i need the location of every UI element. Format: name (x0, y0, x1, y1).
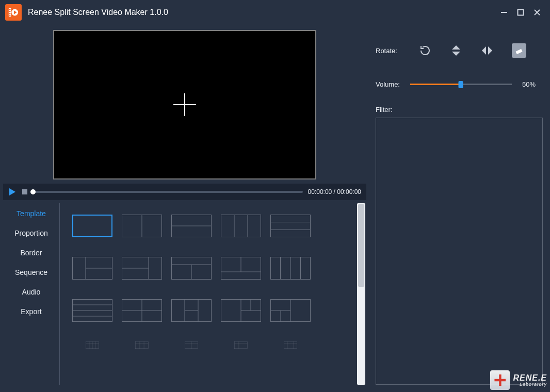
svg-rect-2 (9, 11, 11, 12)
template-item[interactable] (270, 257, 311, 280)
seek-slider[interactable] (33, 191, 303, 193)
tab-sequence[interactable]: Sequence (15, 268, 47, 276)
template-item[interactable] (270, 299, 311, 322)
svg-rect-12 (22, 189, 27, 194)
tab-border[interactable]: Border (20, 249, 42, 257)
filter-listbox[interactable] (376, 118, 543, 385)
template-item[interactable] (122, 299, 162, 322)
video-preview[interactable] (53, 30, 316, 179)
svg-rect-64 (136, 341, 149, 349)
template-item[interactable] (221, 299, 261, 322)
svg-rect-71 (235, 341, 248, 349)
right-panel: Rotate: Volume: (373, 30, 543, 385)
play-button[interactable] (8, 188, 17, 196)
brand-text-2: Laboratory (513, 382, 547, 387)
template-item[interactable] (72, 299, 112, 322)
svg-rect-82 (515, 49, 522, 55)
svg-rect-18 (221, 215, 261, 237)
stop-button[interactable] (22, 189, 28, 195)
svg-marker-78 (452, 45, 460, 50)
svg-rect-74 (284, 341, 297, 349)
template-item[interactable] (72, 341, 112, 349)
svg-rect-1 (9, 9, 11, 10)
volume-value: 50% (522, 80, 543, 88)
tab-proportion[interactable]: Proportion (14, 229, 48, 237)
flip-vertical-button[interactable] (450, 44, 462, 57)
template-item[interactable] (270, 215, 311, 237)
template-scrollbar[interactable] (357, 203, 365, 385)
rotate-cw-button[interactable] (419, 44, 431, 57)
svg-marker-80 (482, 46, 486, 55)
template-grid (60, 203, 366, 385)
flip-horizontal-button[interactable] (481, 44, 493, 57)
side-tabs: Template Proportion Border Sequence Audi… (3, 203, 60, 385)
template-item[interactable] (221, 215, 261, 237)
rotate-label: Rotate: (376, 47, 397, 55)
tab-template[interactable]: Template (17, 209, 46, 218)
window-title: Renee Split Screen Video Maker 1.0.0 (28, 8, 499, 17)
template-item[interactable] (221, 257, 261, 280)
brand-text-1: RENE.E (513, 374, 547, 382)
template-item[interactable] (270, 341, 311, 349)
time-display: 00:00:00 / 00:00:00 (308, 188, 361, 195)
template-item[interactable] (72, 215, 112, 237)
template-item[interactable] (171, 341, 212, 349)
template-item[interactable] (171, 299, 212, 322)
brand-icon (490, 370, 510, 390)
template-item[interactable] (72, 257, 112, 280)
playback-bar: 00:00:00 / 00:00:00 (3, 184, 366, 200)
template-item[interactable] (171, 257, 212, 280)
add-video-icon (173, 93, 196, 116)
reset-button[interactable] (512, 43, 526, 58)
svg-rect-3 (9, 13, 11, 14)
template-item[interactable] (221, 341, 261, 349)
svg-rect-21 (271, 215, 311, 237)
brand-watermark: RENE.E Laboratory (490, 370, 547, 390)
template-item[interactable] (122, 215, 162, 237)
minimize-button[interactable] (499, 8, 509, 17)
titlebar: Renee Split Screen Video Maker 1.0.0 (0, 0, 550, 25)
tab-audio[interactable]: Audio (22, 288, 41, 296)
template-item[interactable] (171, 215, 212, 237)
svg-marker-81 (488, 46, 492, 55)
volume-label: Volume: (376, 80, 400, 88)
volume-slider[interactable] (410, 81, 512, 88)
template-item[interactable] (122, 341, 162, 349)
template-item[interactable] (122, 257, 162, 280)
close-button[interactable] (532, 8, 542, 17)
app-icon (5, 4, 22, 21)
svg-rect-8 (518, 10, 524, 15)
svg-rect-13 (73, 215, 112, 237)
filter-label: Filter: (376, 106, 543, 113)
svg-marker-79 (452, 52, 460, 56)
svg-marker-11 (9, 188, 15, 195)
tab-export[interactable]: Export (21, 307, 41, 316)
maximize-button[interactable] (516, 8, 525, 17)
svg-rect-4 (9, 15, 11, 16)
